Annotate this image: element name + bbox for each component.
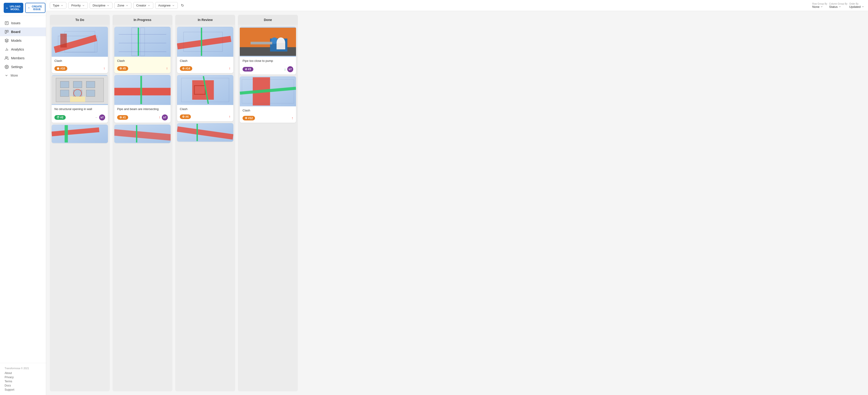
card-footer: ⚙ #5 ↑ <box>114 66 170 73</box>
card-1[interactable]: Pipe and beam are intersecting ⚙ #1 ↑ bT <box>114 75 170 123</box>
footer-link-terms[interactable]: Terms <box>5 380 41 383</box>
filter-assignee[interactable]: Assignee <box>155 2 178 9</box>
refresh-button[interactable]: ↻ <box>180 2 185 9</box>
card-image <box>240 27 296 57</box>
chevron-down-icon <box>82 4 85 7</box>
svg-rect-58 <box>240 47 296 56</box>
column-header-done: Done <box>238 15 298 25</box>
sidebar-item-models[interactable]: Models <box>0 36 46 45</box>
card-actions: ↑ bT <box>159 114 168 120</box>
column-header-inreview: In Review <box>175 15 235 25</box>
card-title: Pipe and beam are intersecting <box>117 107 168 111</box>
card-7[interactable] <box>114 124 170 143</box>
card-badge: ! #10 <box>54 66 67 71</box>
chart-icon <box>5 47 9 52</box>
svg-point-10 <box>5 57 7 58</box>
order-by-label: Order By <box>849 3 859 5</box>
toolbar: Type Priority Discipline Zone Creator As… <box>46 0 868 11</box>
svg-rect-44 <box>136 125 137 142</box>
card-title: Pipe too close to pump <box>243 59 293 62</box>
footer-link-about[interactable]: About <box>5 371 41 375</box>
filter-creator[interactable]: Creator <box>133 2 153 9</box>
order-by-value-btn[interactable]: Updated <box>849 5 864 8</box>
chevron-down-icon <box>820 5 823 8</box>
avatar: bT <box>162 114 168 120</box>
card-14[interactable]: Clash ⚙ #14 ↑ <box>177 27 233 73</box>
card-badge: ⚙ #12 <box>243 116 255 120</box>
sidebar-label-models: Models <box>11 39 22 43</box>
card-badge: ⊘ #3 <box>243 67 253 72</box>
column-group-label: Column Group By <box>829 3 847 5</box>
card-body: Clash <box>177 57 233 66</box>
card-footer: ⏱ #2 ↔ bT <box>52 114 108 123</box>
chevron-down-icon <box>148 4 150 7</box>
column-cards-done: Pipe too close to pump ⊘ #3 ↓ bT <box>238 25 298 124</box>
svg-rect-62 <box>277 43 285 49</box>
svg-rect-21 <box>60 81 69 88</box>
card-image <box>114 124 170 143</box>
board: To Do <box>46 11 868 395</box>
card-image <box>177 75 233 105</box>
card-badge: ⚙ #5 <box>117 66 128 71</box>
sidebar-item-issues[interactable]: Issues <box>0 19 46 27</box>
svg-rect-50 <box>192 80 214 100</box>
filter-zone[interactable]: Zone <box>114 2 131 9</box>
card-badge: ⚙ #14 <box>180 66 192 71</box>
footer-link-support[interactable]: Support <box>5 388 41 391</box>
priority-indicator: ↓ <box>284 67 286 71</box>
card-title: Clash <box>243 109 293 112</box>
filter-priority[interactable]: Priority <box>68 2 88 9</box>
column-header-inprogress: In Progress <box>113 15 173 25</box>
card-image <box>52 75 108 105</box>
svg-rect-38 <box>119 52 166 52</box>
sidebar-item-members[interactable]: Members <box>0 54 46 62</box>
row-group-value-btn[interactable]: None <box>812 5 823 8</box>
card-image <box>177 27 233 57</box>
card-3[interactable]: Pipe too close to pump ⊘ #3 ↓ bT <box>240 27 296 75</box>
filter-type[interactable]: Type <box>50 2 66 9</box>
svg-rect-5 <box>5 30 6 33</box>
sidebar-label-board: Board <box>11 30 20 34</box>
card-image <box>52 27 108 57</box>
card-4[interactable]: Clash ⚙ #4 ↑ <box>177 75 233 121</box>
card-footer: ⚙ #12 ↑ <box>240 116 296 123</box>
card-title: Clash <box>180 59 230 62</box>
card-10[interactable]: Clash ! #10 ↑ <box>52 27 108 73</box>
sidebar-item-board[interactable]: Board <box>0 27 46 36</box>
chevron-down-icon <box>862 5 864 8</box>
sidebar-header: UPLOAD MODEL CREATE ISSUE <box>0 0 46 16</box>
card-image <box>240 76 296 106</box>
footer-link-docs[interactable]: Docs <box>5 384 41 387</box>
sidebar-footer: Transformosa © 2021 About Privacy Terms … <box>0 363 46 395</box>
sidebar-label-issues: Issues <box>11 21 20 25</box>
upload-model-button[interactable]: UPLOAD MODEL <box>4 3 23 13</box>
card-actions: ↔ bT <box>95 114 105 120</box>
priority-indicator: ↑ <box>291 116 293 120</box>
card-footer: ! #10 ↑ <box>52 66 108 73</box>
card-12[interactable]: Clash ⚙ #12 ↑ <box>240 76 296 123</box>
card-badge: ⚙ #1 <box>117 115 128 120</box>
card-8[interactable] <box>52 124 108 143</box>
card-6[interactable] <box>177 123 233 142</box>
column-group-value-btn[interactable]: Status <box>829 5 841 8</box>
sidebar: UPLOAD MODEL CREATE ISSUE Issues Board M… <box>0 0 46 395</box>
filter-discipline[interactable]: Discipline <box>90 2 113 9</box>
clash-icon: ! <box>57 67 60 70</box>
sidebar-more[interactable]: More <box>0 71 46 80</box>
priority-indicator: ↑ <box>229 66 230 70</box>
card-body: Clash <box>114 57 170 66</box>
footer-link-privacy[interactable]: Privacy <box>5 376 41 379</box>
sidebar-item-analytics[interactable]: Analytics <box>0 45 46 54</box>
sidebar-item-settings[interactable]: Settings <box>0 62 46 71</box>
plus-icon <box>28 6 30 9</box>
column-done: Done <box>238 15 298 391</box>
card-2[interactable]: No structural opening in wall ⏱ #2 ↔ bT <box>52 75 108 123</box>
create-issue-button[interactable]: CREATE ISSUE <box>25 3 45 13</box>
priority-indicator: ↑ <box>229 115 230 119</box>
svg-rect-36 <box>119 34 166 35</box>
upload-icon <box>6 6 8 9</box>
chevron-down-icon <box>838 5 841 8</box>
sidebar-nav: Issues Board Models Analytics Members Se… <box>0 16 46 363</box>
card-5[interactable]: Clash ⚙ #5 ↑ <box>114 27 170 73</box>
card-body: Pipe too close to pump <box>240 57 296 66</box>
